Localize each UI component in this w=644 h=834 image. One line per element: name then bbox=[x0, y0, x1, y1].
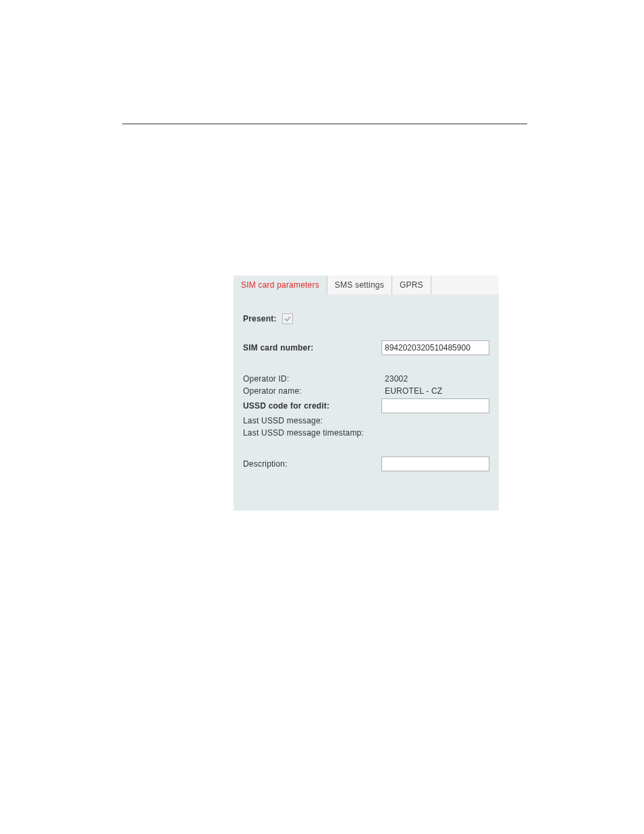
sim-settings-panel: SIM card parameters SMS settings GPRS Pr… bbox=[234, 276, 499, 511]
ussd-code-input[interactable] bbox=[381, 398, 489, 413]
description-row: Description: bbox=[243, 457, 489, 471]
last-ussd-label: Last USSD message: bbox=[243, 416, 323, 425]
tab-spacer bbox=[431, 276, 499, 294]
last-ussd-ts-row: Last USSD message timestamp: bbox=[243, 428, 489, 438]
tab-bar: SIM card parameters SMS settings GPRS bbox=[234, 276, 499, 294]
sim-number-input[interactable] bbox=[381, 340, 489, 355]
operator-id-label: Operator ID: bbox=[243, 374, 289, 384]
ussd-code-row: USSD code for credit: bbox=[243, 398, 489, 413]
operator-name-row: Operator name: EUROTEL - CZ bbox=[243, 386, 489, 396]
operator-name-label: Operator name: bbox=[243, 386, 302, 396]
sim-number-label: SIM card number: bbox=[243, 343, 314, 353]
tab-gprs[interactable]: GPRS bbox=[392, 276, 431, 294]
operator-id-row: Operator ID: 23002 bbox=[243, 374, 489, 384]
description-input[interactable] bbox=[381, 457, 489, 471]
last-ussd-row: Last USSD message: bbox=[243, 416, 489, 425]
present-row: Present: bbox=[243, 313, 489, 324]
ussd-code-label: USSD code for credit: bbox=[243, 401, 329, 411]
present-checkbox[interactable] bbox=[282, 313, 293, 324]
sim-number-row: SIM card number: bbox=[243, 340, 489, 355]
panel-body: Present: SIM card number: Operator ID: bbox=[234, 294, 499, 511]
check-icon bbox=[284, 315, 292, 323]
horizontal-divider bbox=[122, 124, 527, 124]
description-label: Description: bbox=[243, 459, 288, 469]
operator-name-value: EUROTEL - CZ bbox=[385, 386, 442, 396]
tab-sim-card-parameters[interactable]: SIM card parameters bbox=[234, 276, 327, 294]
present-label: Present: bbox=[243, 314, 277, 323]
operator-id-value: 23002 bbox=[385, 374, 408, 384]
last-ussd-ts-label: Last USSD message timestamp: bbox=[243, 428, 364, 438]
tab-sms-settings[interactable]: SMS settings bbox=[327, 276, 392, 294]
